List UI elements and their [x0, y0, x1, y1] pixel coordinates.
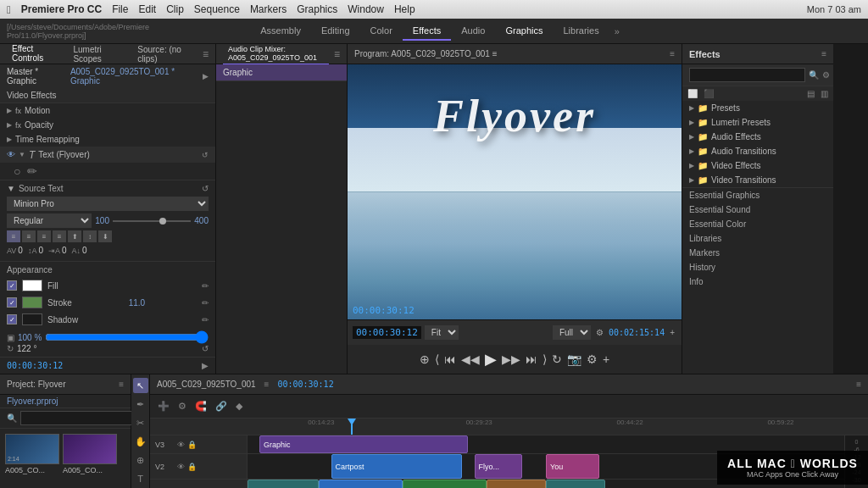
- tab-effects[interactable]: Effects: [403, 22, 451, 41]
- a005-clip[interactable]: A005_C029_0925...: [319, 480, 403, 488]
- panel-menu-icon[interactable]: ≡: [203, 48, 209, 60]
- fill-pencil-icon[interactable]: ✏: [202, 281, 209, 291]
- graphic-clip-block[interactable]: Graphic: [259, 435, 468, 453]
- essential-sound-item[interactable]: Essential Sound: [682, 202, 833, 217]
- transport-add-track-btn[interactable]: +: [603, 352, 609, 366]
- essential-color-item[interactable]: Essential Color: [682, 217, 833, 231]
- more-tabs-icon[interactable]: »: [609, 26, 625, 36]
- effects-menu-icon[interactable]: ≡: [821, 49, 826, 58]
- tab-lumetri-scopes[interactable]: Lumetri Scopes: [68, 43, 127, 65]
- menu-clip[interactable]: Clip: [166, 3, 184, 15]
- eff-icon-4[interactable]: ▥: [819, 88, 830, 99]
- menu-sequence[interactable]: Sequence: [194, 3, 240, 15]
- v3-eye[interactable]: 👁: [177, 441, 185, 449]
- time-remapping-row[interactable]: ▶ Time Remapping: [0, 132, 215, 147]
- effects-filter-icon[interactable]: ⚙: [822, 70, 830, 80]
- selection-tool[interactable]: ↖: [133, 378, 148, 393]
- stroke-pencil-icon[interactable]: ✏: [202, 298, 209, 308]
- align-bottom-btn[interactable]: ⬇: [98, 230, 112, 242]
- tab-color[interactable]: Color: [360, 22, 403, 41]
- transport-loop-btn[interactable]: ↻: [552, 352, 562, 366]
- transport-play-btn[interactable]: ▶: [485, 350, 497, 369]
- audio-transitions-category[interactable]: ▶ 📁 Audio Transitions: [682, 144, 833, 158]
- stroke-color-swatch[interactable]: [22, 297, 42, 308]
- tab-graphics[interactable]: Graphics: [495, 22, 553, 41]
- font-size-slider[interactable]: [113, 220, 191, 222]
- tl-marker[interactable]: ◆: [233, 400, 245, 413]
- ec-scroll-right[interactable]: ▶: [202, 361, 209, 370]
- motion-row[interactable]: ▶ fx Motion: [0, 103, 215, 118]
- eff-icon-2[interactable]: ⬛: [702, 88, 715, 99]
- transport-step-forward-btn[interactable]: ⟩: [542, 352, 547, 366]
- project-search-input[interactable]: [20, 411, 136, 425]
- you-clip[interactable]: You: [546, 454, 599, 479]
- transport-step-back-btn[interactable]: ⟨: [435, 352, 439, 366]
- hand-tool[interactable]: ✋: [133, 434, 148, 449]
- quality-dropdown[interactable]: Full: [553, 325, 591, 340]
- align-top-btn[interactable]: ⬆: [68, 230, 81, 242]
- shadow-pencil-icon[interactable]: ✏: [202, 315, 209, 324]
- monitor-menu-icon[interactable]: ≡: [670, 49, 675, 58]
- audio-effects-category[interactable]: ▶ 📁 Audio Effects: [682, 130, 833, 144]
- transport-forward-btn[interactable]: ▶▶: [502, 352, 520, 366]
- menu-file[interactable]: File: [112, 3, 128, 15]
- align-justify-btn[interactable]: ≡: [53, 230, 66, 242]
- transport-back-btn[interactable]: ◀◀: [461, 352, 480, 366]
- apple-menu[interactable]: : [7, 3, 11, 16]
- menu-edit[interactable]: Edit: [138, 3, 156, 15]
- audio-mixer-tab[interactable]: Audio Clip Mixer: A005_C029_0925TO_001: [223, 43, 329, 64]
- adobe-stock-clip[interactable]: AdobeStock_13...: [403, 480, 487, 488]
- drone-clip[interactable]: Drone_Big T: [248, 480, 319, 488]
- zoom-tool[interactable]: ⊕: [133, 452, 148, 468]
- lumetri-presets-category[interactable]: ▶ 📁 Lumetri Presets: [682, 115, 833, 130]
- menu-help[interactable]: Help: [394, 3, 415, 15]
- menu-window[interactable]: Window: [348, 3, 384, 15]
- type-tool[interactable]: T: [133, 471, 148, 486]
- align-left-btn[interactable]: ≡: [7, 230, 20, 242]
- tab-audio[interactable]: Audio: [451, 22, 495, 41]
- tl-snap[interactable]: 🧲: [192, 400, 209, 413]
- cartpost-clip[interactable]: Cartpost: [331, 454, 463, 479]
- tab-source-clips[interactable]: Source: (no clips): [132, 43, 198, 65]
- app-name[interactable]: Premiere Pro CC: [21, 3, 102, 15]
- text-flyover-row[interactable]: 👁 ▼ T Text (Flyover) ↺: [0, 147, 215, 163]
- pen-tool[interactable]: ✒: [133, 396, 148, 412]
- tab-libraries[interactable]: Libraries: [553, 22, 609, 41]
- opacity-row[interactable]: ▶ fx Opacity: [0, 118, 215, 132]
- lumetri-menu[interactable]: ≡: [334, 48, 340, 60]
- fill-color-swatch[interactable]: [22, 280, 42, 291]
- thumb-img-0[interactable]: 2:14: [5, 434, 59, 464]
- add-marker-btn[interactable]: +: [668, 326, 676, 339]
- font-style-select[interactable]: Regular: [7, 214, 92, 228]
- effects-search-input[interactable]: [689, 68, 805, 82]
- libraries-item[interactable]: Libraries: [682, 231, 833, 246]
- eff-icon-3[interactable]: ▤: [805, 88, 816, 99]
- tl-settings[interactable]: ⚙: [175, 400, 189, 413]
- fill-checkbox[interactable]: ✓: [7, 280, 17, 291]
- transport-rewind-btn[interactable]: ⏮: [444, 352, 456, 366]
- razor-tool[interactable]: ✂: [133, 415, 148, 430]
- tab-effect-controls[interactable]: Effect Controls: [7, 42, 63, 65]
- video-effects-category[interactable]: ▶ 📁 Video Effects: [682, 158, 833, 173]
- transport-camera-btn[interactable]: 📷: [567, 352, 581, 366]
- markers-item[interactable]: Markers: [682, 246, 833, 260]
- shadow-checkbox[interactable]: ✓: [7, 314, 17, 324]
- timeline-menu-icon[interactable]: ≡: [856, 380, 861, 389]
- menu-graphics[interactable]: Graphics: [297, 3, 337, 15]
- tl-link[interactable]: 🔗: [213, 400, 230, 413]
- starst-clip[interactable]: StarsT...: [487, 480, 546, 488]
- history-item[interactable]: History: [682, 260, 833, 274]
- opacity-slider[interactable]: [45, 330, 209, 344]
- tab-editing[interactable]: Editing: [311, 22, 360, 41]
- info-item[interactable]: Info: [682, 274, 833, 289]
- v2-lock[interactable]: 🔒: [187, 463, 197, 471]
- eff-icon-1[interactable]: ⬜: [686, 88, 699, 99]
- align-right-btn[interactable]: ≡: [37, 230, 51, 242]
- project-menu-icon[interactable]: ≡: [119, 380, 124, 389]
- transport-settings-btn[interactable]: ⚙: [587, 352, 598, 366]
- wrench-icon[interactable]: ⚙: [594, 326, 605, 339]
- menu-markers[interactable]: Markers: [250, 3, 287, 15]
- a005b-clip[interactable]: A005...: [546, 480, 605, 488]
- tab-assembly[interactable]: Assembly: [250, 22, 311, 41]
- align-center-btn[interactable]: ≡: [22, 230, 36, 242]
